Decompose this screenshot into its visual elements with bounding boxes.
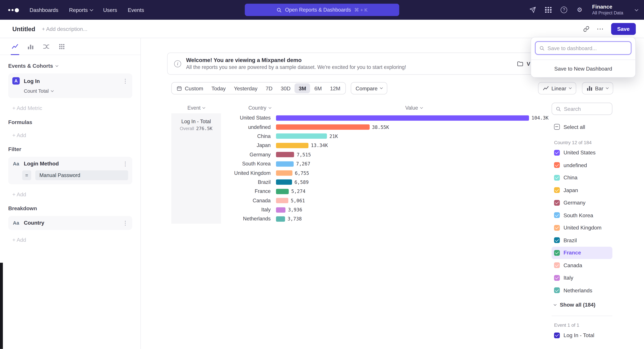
- filter-item-united-states[interactable]: United States: [552, 146, 612, 159]
- filter-item-south-korea[interactable]: South Korea: [552, 209, 612, 222]
- add-filter-button[interactable]: + Add: [12, 191, 132, 197]
- select-all-checkbox[interactable]: [554, 124, 560, 130]
- mixpanel-logo-icon[interactable]: [8, 7, 19, 13]
- project-switcher[interactable]: Finance All Project Data: [592, 4, 623, 15]
- add-formula-button[interactable]: + Add: [12, 132, 132, 138]
- add-breakdown-button[interactable]: + Add: [12, 237, 132, 243]
- checkbox[interactable]: [554, 333, 560, 338]
- tab-funnels-icon[interactable]: [27, 43, 34, 50]
- tab-flows-icon[interactable]: [43, 43, 50, 50]
- filter-item-united-kingdom[interactable]: United Kingdom: [552, 221, 612, 234]
- nav-item-reports[interactable]: Reports: [69, 7, 92, 13]
- settings-gear-icon[interactable]: ⚙: [576, 6, 584, 14]
- date-range-3m[interactable]: 3M: [295, 83, 310, 93]
- metric-event-name[interactable]: Log In: [24, 78, 122, 84]
- help-icon[interactable]: ?: [560, 6, 568, 14]
- bar[interactable]: [276, 161, 294, 167]
- filter-property-name[interactable]: Login Method: [24, 161, 122, 167]
- bar[interactable]: [276, 189, 289, 194]
- filter-card[interactable]: Aa Login Method ⋮ = Manual Password: [8, 157, 132, 184]
- breakdown-property-name[interactable]: Country: [24, 220, 122, 226]
- add-metric-button[interactable]: + Add Metric: [12, 105, 132, 111]
- bar[interactable]: [276, 198, 288, 203]
- filter-item-germany[interactable]: Germany: [552, 196, 612, 209]
- checkbox[interactable]: [554, 150, 560, 155]
- filter-item-undefined[interactable]: undefined: [552, 159, 612, 171]
- select-all-row[interactable]: Select all: [552, 121, 612, 133]
- checkbox[interactable]: [554, 237, 560, 243]
- filter-item-china[interactable]: China: [552, 171, 612, 184]
- checkbox[interactable]: [554, 175, 560, 181]
- filter-item-france[interactable]: France: [552, 247, 612, 259]
- checkbox[interactable]: [554, 250, 560, 256]
- filter-item-log-in-total[interactable]: Log In - Total: [552, 329, 612, 342]
- date-range-12m[interactable]: 12M: [326, 83, 344, 93]
- dashboard-search-input[interactable]: [548, 45, 627, 51]
- filter-item-japan[interactable]: Japan: [552, 184, 612, 196]
- checkbox[interactable]: [554, 288, 560, 293]
- date-range-yesterday[interactable]: Yesterday: [230, 83, 262, 93]
- checkbox[interactable]: [554, 187, 560, 193]
- checkbox[interactable]: [554, 200, 560, 206]
- nav-item-users[interactable]: Users: [103, 7, 117, 13]
- date-range-30d[interactable]: 30D: [276, 83, 294, 93]
- tab-insights-icon[interactable]: [12, 43, 18, 50]
- date-range-today[interactable]: Today: [207, 83, 230, 93]
- copy-link-icon[interactable]: [583, 26, 589, 32]
- save-button[interactable]: Save: [611, 23, 636, 35]
- date-range-7d[interactable]: 7D: [262, 83, 277, 93]
- bar[interactable]: [276, 134, 327, 139]
- chevron-down-icon[interactable]: [635, 8, 638, 11]
- aggregation-selector[interactable]: Count Total: [24, 88, 128, 94]
- show-all-button[interactable]: Show all (184): [552, 299, 612, 311]
- bar[interactable]: [276, 143, 308, 148]
- global-search-button[interactable]: Open Reports & Dashboards ⌘ + K: [245, 4, 399, 16]
- checkbox[interactable]: [554, 275, 560, 281]
- filter-item-brazil[interactable]: Brazil: [552, 234, 612, 247]
- bar[interactable]: [276, 170, 292, 176]
- filter-item-canada[interactable]: Canada: [552, 259, 612, 272]
- checkbox[interactable]: [554, 225, 560, 231]
- chart-type-selector[interactable]: Bar: [582, 82, 613, 94]
- bar[interactable]: [276, 216, 285, 222]
- bar[interactable]: [276, 180, 292, 185]
- add-description-placeholder[interactable]: + Add description...: [42, 26, 583, 32]
- column-header-country[interactable]: Country: [221, 105, 276, 111]
- column-header-event[interactable]: Event: [171, 105, 221, 111]
- bar-value: 3,936: [288, 207, 302, 213]
- bar[interactable]: [276, 207, 286, 213]
- report-title[interactable]: Untitled: [12, 25, 35, 32]
- date-range-6m[interactable]: 6M: [310, 83, 326, 93]
- kebab-menu-icon[interactable]: ⋮: [122, 78, 128, 84]
- checkbox[interactable]: [554, 162, 560, 168]
- send-message-icon[interactable]: [529, 6, 537, 14]
- column-header-value[interactable]: Value: [276, 105, 552, 111]
- filter-operator[interactable]: =: [22, 170, 31, 180]
- compare-button[interactable]: Compare: [351, 82, 388, 94]
- banner-action-button[interactable]: V: [517, 60, 530, 67]
- save-to-new-dashboard-item[interactable]: Save to New Dashboard: [531, 60, 636, 77]
- filter-item-italy[interactable]: Italy: [552, 272, 612, 284]
- checkbox[interactable]: [554, 263, 560, 268]
- nav-item-dashboards[interactable]: Dashboards: [30, 7, 58, 13]
- tab-retention-icon[interactable]: [58, 43, 66, 50]
- nav-item-events[interactable]: Events: [128, 7, 144, 13]
- bar[interactable]: [276, 124, 370, 130]
- apps-grid-icon[interactable]: [544, 6, 552, 14]
- more-options-icon[interactable]: ⋯: [596, 25, 604, 32]
- kebab-menu-icon[interactable]: ⋮: [122, 220, 128, 225]
- metric-card[interactable]: A Log In ⋮ Count Total: [8, 73, 132, 98]
- line-style-selector[interactable]: Linear: [538, 82, 576, 94]
- filter-value[interactable]: Manual Password: [36, 170, 128, 180]
- bar[interactable]: [276, 152, 294, 157]
- segment-search-box[interactable]: [552, 103, 612, 115]
- breakdown-card[interactable]: Aa Country ⋮: [8, 216, 132, 230]
- events-cohorts-section-label[interactable]: Events & Cohorts: [8, 63, 132, 69]
- kebab-menu-icon[interactable]: ⋮: [122, 161, 128, 166]
- segment-search-input[interactable]: [564, 106, 608, 112]
- checkbox[interactable]: [554, 212, 560, 218]
- date-range-custom[interactable]: Custom: [172, 83, 208, 93]
- bar[interactable]: [276, 115, 529, 120]
- filter-item-netherlands[interactable]: Netherlands: [552, 284, 612, 297]
- dashboard-search-box[interactable]: [535, 41, 631, 54]
